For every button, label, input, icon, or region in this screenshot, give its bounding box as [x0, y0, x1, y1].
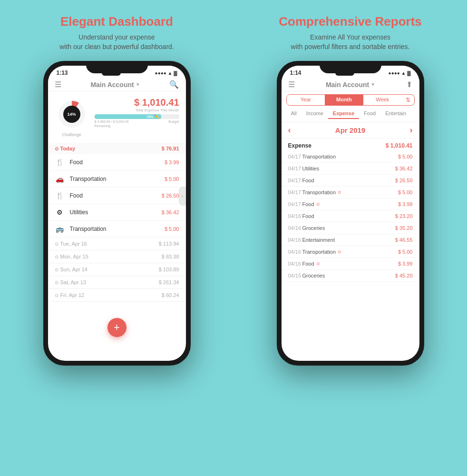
report-amount: $ 5.00 [398, 189, 413, 195]
status-icons: ●●●● ▲ ▓ [155, 70, 177, 76]
today-total: $ 76.91 [162, 146, 179, 151]
day-label: ⊙ Sat, Apr 13 [55, 279, 86, 285]
nav-bar: ☰ Main Account ▼ 🔍 [48, 78, 186, 91]
day-amount: $ 113.94 [159, 241, 179, 247]
item-icon: 🍴 [55, 190, 65, 201]
report-item[interactable]: 04/16 Food $ 23.20 [282, 210, 419, 222]
search-icon[interactable]: 🔍 [169, 80, 179, 89]
expense-summary: $ 1,010.41 Total Expense This Month 79% … [95, 97, 179, 128]
budget-label: Budget [168, 120, 179, 123]
day-amount: $ 83.38 [162, 254, 179, 259]
day-amount: $ 261.34 [159, 279, 179, 285]
report-item[interactable]: 04/17 Utilities $ 36.42 [282, 163, 419, 175]
today-items-list: 🍴 Food $ 3.99 🚗 Transportation $ 5.00 🍴 … [48, 154, 186, 238]
item-icon: ⚙ [55, 207, 65, 218]
report-amount: $ 3.99 [398, 201, 413, 207]
category-tab-income[interactable]: Income [302, 109, 328, 119]
month-header: ‹ Apr 2019 › [282, 122, 419, 139]
add-button[interactable]: + [107, 318, 126, 337]
total-label: Total Expense This Month [95, 108, 179, 112]
report-amount: $ 46.55 [395, 237, 413, 243]
day-row[interactable]: ⊙ Sun, Apr 14 $ 103.89 [48, 263, 186, 276]
progress-pct: 79% [146, 115, 153, 119]
day-row[interactable]: ⊙ Fri, Apr 12 $ 60.24 [48, 289, 186, 302]
right-nav-title: Main Account ▼ [326, 81, 375, 89]
report-category: Groceries [302, 225, 395, 231]
day-row[interactable]: ⊙ Mon, Apr 15 $ 83.38 [48, 250, 186, 263]
category-tab-all[interactable]: All [286, 109, 302, 119]
report-category: Entertainment [302, 237, 395, 243]
phone-notch-right [320, 61, 381, 73]
list-item[interactable]: 🍴 Food $ 3.99 [48, 154, 186, 171]
day-row[interactable]: ⊙ Sat, Apr 13 $ 261.34 [48, 276, 186, 289]
nav-title: Main Account ▼ [90, 81, 140, 89]
report-category: Groceries [302, 273, 395, 278]
report-item[interactable]: 04/16 Food ⊙ $ 3.99 [282, 258, 419, 270]
list-item[interactable]: 🍴 Food $ 26.50 [48, 188, 186, 204]
item-icon: 🚌 [55, 224, 65, 234]
filter-tab-week[interactable]: Week [363, 95, 402, 105]
report-item[interactable]: 04/17 Transportation ⊙ $ 5.00 [282, 187, 419, 198]
expand-chevron[interactable]: › [179, 187, 186, 206]
item-amount: $ 5.00 [165, 226, 179, 232]
left-panel-title: Elegant Dashboard [60, 14, 173, 29]
report-summary-row: Expense $ 1,010.41 [282, 139, 419, 151]
item-amount: $ 3.99 [165, 159, 179, 165]
day-label: ⊙ Tue, Apr 16 [55, 241, 87, 247]
right-panel: Comprehensive Reports Examine All Your e… [234, 0, 467, 476]
report-item[interactable]: 04/17 Food $ 26.50 [282, 175, 419, 187]
list-item[interactable]: ⚙ Utilities $ 36.42 [48, 204, 186, 221]
item-name: Utilities [70, 209, 157, 216]
report-item[interactable]: 04/16 Transportation ⊙ $ 5.00 [282, 246, 419, 258]
day-label: ⊙ Mon, Apr 15 [55, 254, 88, 259]
report-category: Transportation ⊙ [302, 249, 398, 255]
report-amount: $ 35.20 [395, 225, 413, 231]
budget-labels: $ 3,989.59 / $ 5,000.00 Budget [95, 120, 179, 123]
progress-bar: 79% ✏️ [95, 114, 179, 119]
report-amount: $ 36.42 [395, 166, 413, 171]
list-item[interactable]: 🚌 Transportation $ 5.00 [48, 221, 186, 238]
report-category: Transportation [302, 154, 398, 159]
repeat-icon: ⊙ [316, 202, 320, 207]
filter-tab-year[interactable]: Year [287, 95, 325, 105]
report-category: Food [302, 213, 395, 219]
challenge-widget: 14% Challenge [55, 97, 89, 137]
month-label: Apr 2019 [335, 126, 365, 134]
right-nav-bar: ☰ Main Account ▼ ⬆ [282, 78, 419, 91]
filter-tab-month[interactable]: Month [325, 95, 363, 105]
day-row[interactable]: ⊙ Tue, Apr 16 $ 113.94 [48, 238, 186, 250]
summary-amount: $ 1,010.41 [386, 142, 413, 149]
report-date: 04/17 [288, 154, 302, 159]
report-item[interactable]: 04/17 Transportation $ 5.00 [282, 151, 419, 163]
summary-label: Expense [288, 142, 311, 149]
category-tabs[interactable]: AllIncomeExpenseFoodEntertain [282, 109, 419, 122]
menu-icon[interactable]: ☰ [55, 80, 61, 89]
item-amount: $ 36.42 [162, 209, 179, 215]
day-label: ⊙ Sun, Apr 14 [55, 267, 88, 272]
report-item[interactable]: 04/16 Groceries $ 35.20 [282, 222, 419, 234]
report-amount: $ 3.99 [398, 261, 413, 267]
filter-tabs[interactable]: YearMonthWeek⇅ [286, 94, 415, 106]
right-panel-subtitle: Examine All Your expenses with powerful … [291, 33, 410, 51]
pie-label: 14% [67, 112, 76, 117]
report-item[interactable]: 04/15 Groceries $ 45.20 [282, 270, 419, 282]
phone-screen: 1:13 ●●●● ▲ ▓ ☰ Main Account ▼ 🔍 [48, 66, 186, 361]
sort-icon[interactable]: ⇅ [402, 95, 414, 105]
share-icon[interactable]: ⬆ [406, 80, 412, 89]
challenge-label: Challenge [62, 132, 81, 137]
total-amount: $ 1,010.41 [95, 97, 179, 108]
list-item[interactable]: 🚗 Transportation $ 5.00 [48, 171, 186, 188]
item-name: Food [70, 159, 160, 166]
category-tab-expense[interactable]: Expense [328, 109, 359, 119]
right-menu-icon[interactable]: ☰ [288, 80, 295, 89]
report-date: 04/16 [288, 225, 302, 231]
report-item[interactable]: 04/16 Entertainment $ 46.55 [282, 234, 419, 246]
report-amount: $ 23.20 [395, 213, 413, 219]
day-amount: $ 103.89 [159, 267, 179, 272]
next-month-arrow[interactable]: › [410, 125, 413, 135]
report-item[interactable]: 04/17 Food ⊙ $ 3.99 [282, 198, 419, 210]
category-tab-entertain[interactable]: Entertain [380, 109, 411, 119]
report-category: Food ⊙ [302, 201, 398, 207]
prev-month-arrow[interactable]: ‹ [288, 125, 291, 135]
category-tab-food[interactable]: Food [359, 109, 380, 119]
